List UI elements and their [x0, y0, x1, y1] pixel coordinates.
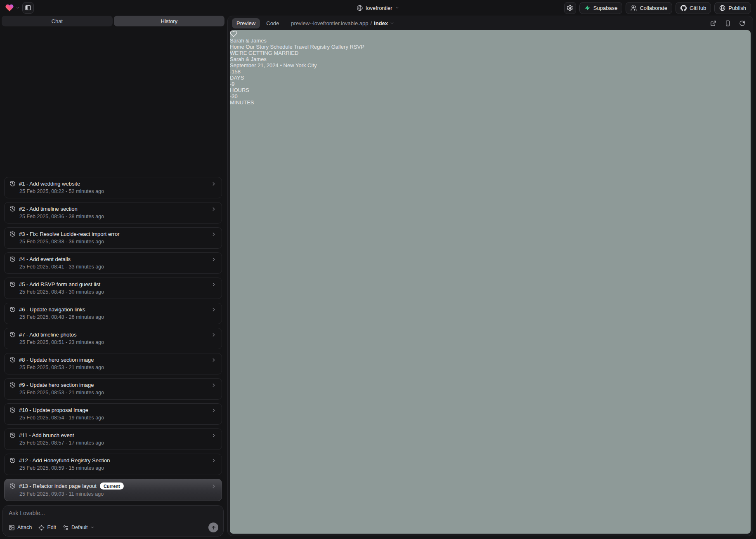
- model-label: Default: [71, 525, 88, 530]
- history-item-title: #9 - Update hero section image: [19, 382, 94, 388]
- history-item[interactable]: #7 - Add timeline photos 25 Feb 2025, 08…: [4, 328, 222, 349]
- history-item[interactable]: #6 - Update navigation links 25 Feb 2025…: [4, 303, 222, 324]
- tab-chat[interactable]: Chat: [2, 16, 113, 26]
- project-name: lovefrontier: [366, 5, 392, 11]
- history-item-title: #13 - Refactor index page layout: [19, 483, 97, 489]
- chevron-right-icon: [211, 307, 217, 313]
- edit-label: Edit: [47, 525, 56, 530]
- project-selector[interactable]: lovefrontier: [357, 0, 399, 16]
- history-icon: [9, 457, 16, 464]
- history-item-title: #2 - Add timeline section: [19, 206, 78, 212]
- collaborate-button[interactable]: Collaborate: [626, 2, 672, 14]
- history-icon: [9, 382, 16, 388]
- history-item-meta: 25 Feb 2025, 08:54 - 19 minutes ago: [19, 415, 217, 421]
- attach-button[interactable]: Attach: [9, 525, 32, 531]
- supabase-bolt-icon: [584, 5, 591, 11]
- publish-label: Publish: [728, 5, 746, 11]
- history-item[interactable]: #10 - Update proposal image 25 Feb 2025,…: [4, 403, 222, 425]
- history-item-meta: 25 Feb 2025, 08:36 - 38 minutes ago: [19, 214, 217, 219]
- history-icon: [9, 332, 16, 338]
- history-list: #1 - Add wedding website 25 Feb 2025, 08…: [2, 177, 224, 501]
- settings-button[interactable]: [564, 2, 576, 14]
- history-item-title: #5 - Add RSVP form and guest list: [19, 281, 100, 287]
- history-item-title: #7 - Add timeline photos: [19, 332, 76, 338]
- github-octocat-icon: [680, 5, 687, 11]
- history-item[interactable]: #5 - Add RSVP form and guest list 25 Feb…: [4, 278, 222, 299]
- history-item-meta: 25 Feb 2025, 08:41 - 33 minutes ago: [19, 264, 217, 270]
- chevron-down-icon: [90, 525, 94, 530]
- tab-history[interactable]: History: [114, 16, 225, 26]
- chevron-right-icon: [211, 282, 217, 287]
- crosshair-icon: [38, 525, 45, 531]
- history-item[interactable]: #8 - Update hero section image 25 Feb 20…: [4, 353, 222, 374]
- publish-button[interactable]: Publish: [714, 2, 751, 14]
- app-topbar: lovefrontier Supabase Collaborate GitHub: [0, 0, 756, 16]
- refresh-icon[interactable]: [739, 20, 745, 26]
- history-item[interactable]: #11 - Add brunch event 25 Feb 2025, 08:5…: [4, 428, 222, 450]
- chevron-right-icon: [211, 382, 217, 388]
- history-item[interactable]: #13 - Refactor index page layout Current…: [4, 479, 222, 501]
- history-icon: [9, 432, 16, 438]
- chevron-right-icon: [211, 357, 217, 363]
- preview-url-host: preview--lovefrontier.lovable.app: [291, 20, 368, 26]
- history-item[interactable]: #4 - Add event details 25 Feb 2025, 08:4…: [4, 252, 222, 274]
- mobile-view-icon[interactable]: [725, 20, 731, 26]
- lovable-logo-menu[interactable]: [5, 3, 20, 12]
- model-selector[interactable]: Default: [63, 525, 94, 531]
- history-item-title: #1 - Add wedding website: [19, 181, 80, 187]
- history-item-meta: 25 Feb 2025, 08:53 - 21 minutes ago: [19, 365, 217, 370]
- chevron-down-icon: [395, 6, 399, 10]
- history-icon: [9, 306, 16, 313]
- history-item-meta: 25 Feb 2025, 08:48 - 26 minutes ago: [19, 314, 217, 320]
- history-item-meta: 25 Feb 2025, 08:57 - 17 minutes ago: [19, 440, 217, 446]
- history-item-meta: 25 Feb 2025, 08:59 - 15 minutes ago: [19, 465, 217, 471]
- history-item[interactable]: #1 - Add wedding website 25 Feb 2025, 08…: [4, 177, 222, 198]
- history-item[interactable]: #3 - Fix: Resolve Lucide-react import er…: [4, 227, 222, 249]
- panel-left-icon: [25, 5, 31, 11]
- send-button[interactable]: [208, 523, 218, 532]
- history-item-title: #3 - Fix: Resolve Lucide-react import er…: [19, 231, 119, 237]
- prompt-composer: Attach Edit Default: [2, 505, 224, 537]
- history-item-title: #8 - Update hero section image: [19, 357, 94, 363]
- chevron-right-icon: [211, 257, 217, 262]
- lovable-heart-icon: [5, 3, 14, 12]
- history-icon: [9, 281, 16, 287]
- history-item[interactable]: #2 - Add timeline section 25 Feb 2025, 0…: [4, 202, 222, 224]
- preview-url-page: index: [374, 20, 388, 26]
- collaborate-label: Collaborate: [640, 5, 667, 11]
- github-button[interactable]: GitHub: [676, 2, 711, 14]
- chevron-right-icon: [211, 181, 217, 187]
- history-item[interactable]: #9 - Update hero section image 25 Feb 20…: [4, 378, 222, 400]
- globe-icon: [357, 5, 363, 11]
- history-icon: [9, 407, 16, 413]
- tab-code[interactable]: Code: [262, 18, 284, 28]
- chevron-right-icon: [211, 458, 217, 464]
- history-item[interactable]: #12 - Add Honeyfund Registry Section 25 …: [4, 454, 222, 475]
- history-icon: [9, 256, 16, 262]
- chevron-right-icon: [211, 433, 217, 438]
- history-item-meta: 25 Feb 2025, 08:38 - 36 minutes ago: [19, 239, 217, 245]
- preview-panel: Preview Code preview--lovefrontier.lovab…: [227, 16, 753, 536]
- supabase-button[interactable]: Supabase: [579, 2, 623, 14]
- history-icon: [9, 483, 16, 489]
- image-icon: [9, 525, 15, 531]
- history-icon: [9, 357, 16, 363]
- sliders-icon: [63, 525, 69, 531]
- history-item-meta: 25 Feb 2025, 08:22 - 52 minutes ago: [19, 188, 217, 194]
- current-badge: Current: [100, 483, 124, 490]
- chevron-right-icon: [211, 332, 217, 338]
- preview-url-separator: /: [370, 20, 372, 26]
- tab-preview[interactable]: Preview: [232, 18, 260, 28]
- users-icon: [631, 5, 637, 11]
- edit-button[interactable]: Edit: [38, 525, 56, 531]
- toggle-sidebar-button[interactable]: [22, 2, 34, 14]
- gear-icon: [567, 5, 573, 11]
- history-icon: [9, 181, 16, 187]
- history-icon: [9, 231, 16, 237]
- preview-url-selector[interactable]: preview--lovefrontier.lovable.app / inde…: [291, 20, 394, 26]
- history-item-title: #4 - Add event details: [19, 256, 71, 262]
- prompt-input[interactable]: [9, 510, 218, 519]
- chevron-right-icon: [211, 407, 217, 413]
- open-external-icon[interactable]: [710, 20, 716, 26]
- history-icon: [9, 206, 16, 212]
